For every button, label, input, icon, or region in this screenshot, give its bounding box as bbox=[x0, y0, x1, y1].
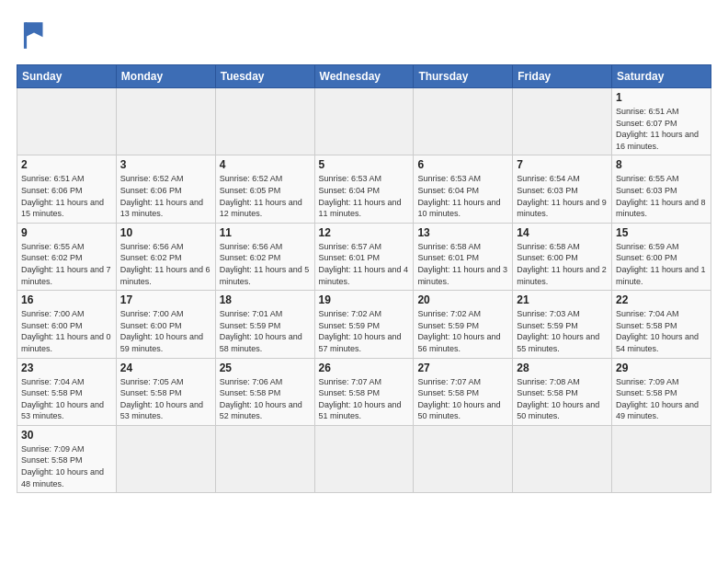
day-info: Sunrise: 6:58 AM Sunset: 6:01 PM Dayligh… bbox=[417, 241, 508, 287]
day-cell bbox=[215, 425, 314, 492]
day-number: 24 bbox=[120, 362, 211, 374]
week-row-1: 1Sunrise: 6:51 AM Sunset: 6:07 PM Daylig… bbox=[17, 88, 711, 155]
header bbox=[17, 17, 711, 52]
day-cell: 12Sunrise: 6:57 AM Sunset: 6:01 PM Dayli… bbox=[314, 223, 414, 290]
day-cell: 16Sunrise: 7:00 AM Sunset: 6:00 PM Dayli… bbox=[17, 291, 117, 358]
day-info: Sunrise: 6:54 AM Sunset: 6:03 PM Dayligh… bbox=[517, 173, 608, 219]
weekday-header-thursday: Thursday bbox=[414, 65, 513, 88]
day-cell: 26Sunrise: 7:07 AM Sunset: 5:58 PM Dayli… bbox=[314, 358, 414, 425]
day-cell bbox=[513, 425, 612, 492]
day-cell: 22Sunrise: 7:04 AM Sunset: 5:58 PM Dayli… bbox=[612, 291, 711, 358]
week-row-4: 16Sunrise: 7:00 AM Sunset: 6:00 PM Dayli… bbox=[17, 291, 711, 358]
day-cell bbox=[314, 425, 414, 492]
day-cell: 17Sunrise: 7:00 AM Sunset: 6:00 PM Dayli… bbox=[116, 291, 215, 358]
day-info: Sunrise: 7:00 AM Sunset: 6:00 PM Dayligh… bbox=[120, 308, 211, 354]
day-info: Sunrise: 6:56 AM Sunset: 6:02 PM Dayligh… bbox=[120, 241, 211, 287]
day-info: Sunrise: 7:02 AM Sunset: 5:59 PM Dayligh… bbox=[417, 308, 508, 354]
day-cell: 5Sunrise: 6:53 AM Sunset: 6:04 PM Daylig… bbox=[314, 155, 414, 223]
week-row-5: 23Sunrise: 7:04 AM Sunset: 5:58 PM Dayli… bbox=[17, 358, 711, 425]
day-cell bbox=[414, 425, 513, 492]
day-info: Sunrise: 6:53 AM Sunset: 6:04 PM Dayligh… bbox=[319, 173, 410, 219]
day-info: Sunrise: 7:06 AM Sunset: 5:58 PM Dayligh… bbox=[220, 376, 311, 422]
day-cell: 2Sunrise: 6:51 AM Sunset: 6:06 PM Daylig… bbox=[17, 155, 117, 223]
day-cell bbox=[612, 425, 711, 492]
day-number: 25 bbox=[220, 362, 311, 374]
day-cell bbox=[17, 88, 117, 155]
day-number: 1 bbox=[616, 91, 707, 104]
day-info: Sunrise: 7:02 AM Sunset: 5:59 PM Dayligh… bbox=[319, 308, 410, 354]
day-info: Sunrise: 7:09 AM Sunset: 5:58 PM Dayligh… bbox=[21, 443, 112, 489]
day-info: Sunrise: 7:00 AM Sunset: 6:00 PM Dayligh… bbox=[21, 308, 112, 354]
day-cell: 9Sunrise: 6:55 AM Sunset: 6:02 PM Daylig… bbox=[17, 223, 117, 290]
day-cell: 11Sunrise: 6:56 AM Sunset: 6:02 PM Dayli… bbox=[215, 223, 314, 290]
generalblue-logo-icon bbox=[17, 17, 51, 52]
day-cell bbox=[116, 88, 215, 155]
day-number: 18 bbox=[220, 293, 311, 306]
day-info: Sunrise: 6:53 AM Sunset: 6:04 PM Dayligh… bbox=[417, 173, 508, 219]
day-cell bbox=[414, 88, 513, 155]
svg-rect-2 bbox=[24, 22, 27, 48]
day-number: 22 bbox=[616, 293, 707, 306]
day-cell: 24Sunrise: 7:05 AM Sunset: 5:58 PM Dayli… bbox=[116, 358, 215, 425]
day-cell: 21Sunrise: 7:03 AM Sunset: 5:59 PM Dayli… bbox=[513, 291, 612, 358]
day-cell: 29Sunrise: 7:09 AM Sunset: 5:58 PM Dayli… bbox=[612, 358, 711, 425]
day-number: 13 bbox=[417, 226, 508, 239]
day-cell bbox=[513, 88, 612, 155]
day-info: Sunrise: 7:03 AM Sunset: 5:59 PM Dayligh… bbox=[517, 308, 608, 354]
day-number: 12 bbox=[319, 226, 410, 239]
day-cell: 15Sunrise: 6:59 AM Sunset: 6:00 PM Dayli… bbox=[612, 223, 711, 290]
day-cell: 18Sunrise: 7:01 AM Sunset: 5:59 PM Dayli… bbox=[215, 291, 314, 358]
day-cell: 13Sunrise: 6:58 AM Sunset: 6:01 PM Dayli… bbox=[414, 223, 513, 290]
day-number: 19 bbox=[319, 293, 410, 306]
day-info: Sunrise: 7:09 AM Sunset: 5:58 PM Dayligh… bbox=[616, 376, 707, 422]
calendar: SundayMondayTuesdayWednesdayThursdayFrid… bbox=[17, 64, 711, 493]
logo bbox=[17, 17, 57, 52]
day-number: 14 bbox=[517, 226, 608, 239]
day-cell: 10Sunrise: 6:56 AM Sunset: 6:02 PM Dayli… bbox=[116, 223, 215, 290]
day-info: Sunrise: 7:01 AM Sunset: 5:59 PM Dayligh… bbox=[220, 308, 311, 354]
day-info: Sunrise: 6:52 AM Sunset: 6:06 PM Dayligh… bbox=[120, 173, 211, 219]
day-number: 2 bbox=[21, 158, 112, 171]
day-number: 11 bbox=[220, 226, 311, 239]
day-info: Sunrise: 6:52 AM Sunset: 6:05 PM Dayligh… bbox=[220, 173, 311, 219]
weekday-header-wednesday: Wednesday bbox=[314, 65, 414, 88]
day-cell bbox=[116, 425, 215, 492]
day-cell: 7Sunrise: 6:54 AM Sunset: 6:03 PM Daylig… bbox=[513, 155, 612, 223]
day-cell bbox=[215, 88, 314, 155]
day-info: Sunrise: 7:04 AM Sunset: 5:58 PM Dayligh… bbox=[21, 376, 112, 422]
day-number: 9 bbox=[21, 226, 112, 239]
day-cell: 20Sunrise: 7:02 AM Sunset: 5:59 PM Dayli… bbox=[414, 291, 513, 358]
day-number: 29 bbox=[616, 362, 707, 374]
week-row-3: 9Sunrise: 6:55 AM Sunset: 6:02 PM Daylig… bbox=[17, 223, 711, 290]
day-number: 26 bbox=[319, 362, 410, 374]
weekday-header-tuesday: Tuesday bbox=[215, 65, 314, 88]
day-info: Sunrise: 6:55 AM Sunset: 6:03 PM Dayligh… bbox=[616, 173, 707, 219]
day-number: 27 bbox=[417, 362, 508, 374]
day-cell: 1Sunrise: 6:51 AM Sunset: 6:07 PM Daylig… bbox=[612, 88, 711, 155]
weekday-header-row: SundayMondayTuesdayWednesdayThursdayFrid… bbox=[17, 65, 711, 88]
day-info: Sunrise: 7:07 AM Sunset: 5:58 PM Dayligh… bbox=[417, 376, 508, 422]
day-info: Sunrise: 6:51 AM Sunset: 6:06 PM Dayligh… bbox=[21, 173, 112, 219]
day-cell: 8Sunrise: 6:55 AM Sunset: 6:03 PM Daylig… bbox=[612, 155, 711, 223]
day-number: 8 bbox=[616, 158, 707, 171]
day-info: Sunrise: 7:08 AM Sunset: 5:58 PM Dayligh… bbox=[517, 376, 608, 422]
day-info: Sunrise: 6:58 AM Sunset: 6:00 PM Dayligh… bbox=[517, 241, 608, 287]
day-cell: 19Sunrise: 7:02 AM Sunset: 5:59 PM Dayli… bbox=[314, 291, 414, 358]
day-cell bbox=[314, 88, 414, 155]
day-cell: 14Sunrise: 6:58 AM Sunset: 6:00 PM Dayli… bbox=[513, 223, 612, 290]
day-cell: 27Sunrise: 7:07 AM Sunset: 5:58 PM Dayli… bbox=[414, 358, 513, 425]
day-info: Sunrise: 6:57 AM Sunset: 6:01 PM Dayligh… bbox=[319, 241, 410, 287]
day-number: 5 bbox=[319, 158, 410, 171]
week-row-6: 30Sunrise: 7:09 AM Sunset: 5:58 PM Dayli… bbox=[17, 425, 711, 492]
day-info: Sunrise: 6:51 AM Sunset: 6:07 PM Dayligh… bbox=[616, 106, 707, 152]
day-cell: 25Sunrise: 7:06 AM Sunset: 5:58 PM Dayli… bbox=[215, 358, 314, 425]
day-cell: 3Sunrise: 6:52 AM Sunset: 6:06 PM Daylig… bbox=[116, 155, 215, 223]
weekday-header-friday: Friday bbox=[513, 65, 612, 88]
day-number: 10 bbox=[120, 226, 211, 239]
day-cell: 30Sunrise: 7:09 AM Sunset: 5:58 PM Dayli… bbox=[17, 425, 117, 492]
day-number: 6 bbox=[417, 158, 508, 171]
day-number: 16 bbox=[21, 293, 112, 306]
day-number: 4 bbox=[220, 158, 311, 171]
weekday-header-sunday: Sunday bbox=[17, 65, 117, 88]
day-cell: 23Sunrise: 7:04 AM Sunset: 5:58 PM Dayli… bbox=[17, 358, 117, 425]
